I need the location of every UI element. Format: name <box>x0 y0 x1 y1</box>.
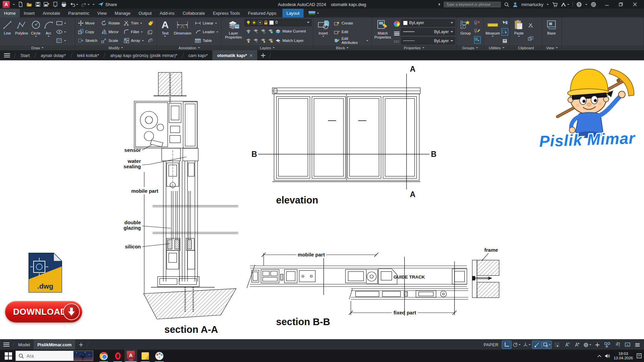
model-tab[interactable]: Model <box>14 340 34 350</box>
scale-tool[interactable]: Scale <box>100 37 121 45</box>
arc-caret-icon[interactable] <box>48 36 50 37</box>
tab-manage[interactable]: Manage <box>111 9 135 17</box>
leader-caret-icon[interactable] <box>216 32 218 33</box>
doc-tab-start[interactable]: Start <box>16 50 34 60</box>
autoscale-toggle[interactable] <box>573 341 582 349</box>
help-icon[interactable]: ? <box>576 2 582 7</box>
trim-caret-icon[interactable] <box>140 23 142 24</box>
group-button[interactable]: Group <box>458 18 473 45</box>
taskbar-autocad-active[interactable]: A CAD <box>124 350 137 362</box>
ribbon-display-toggle[interactable] <box>308 9 319 17</box>
open-folder-icon[interactable] <box>26 2 32 7</box>
save-as-icon[interactable] <box>44 2 50 7</box>
tab-insert[interactable]: Insert <box>20 9 39 17</box>
line-tool[interactable]: Line <box>1 18 13 45</box>
drawing-canvas[interactable]: sensor water sealing mobile part double … <box>0 60 644 339</box>
undo-caret-icon[interactable] <box>76 4 78 5</box>
tab-close-icon[interactable] <box>250 54 253 57</box>
tab-collaborate[interactable]: Collaborate <box>178 9 209 17</box>
panel-label-properties[interactable]: Properties <box>372 45 457 50</box>
signed-in-user[interactable]: mimarlucky <box>521 2 543 7</box>
tab-express-tools[interactable]: Express Tools <box>209 9 244 17</box>
layout-tabs-menu-icon[interactable] <box>0 343 13 347</box>
tab-output[interactable]: Output <box>135 9 156 17</box>
redo-caret-icon[interactable] <box>88 4 90 5</box>
doc-tab-aynali-dolap[interactable]: aynalı dolap* <box>36 50 70 60</box>
annotation-scale-gear[interactable] <box>583 341 592 349</box>
help-search-input[interactable] <box>444 2 501 7</box>
doc-tab-cam-kapi[interactable]: cam kapı* <box>184 50 213 60</box>
hatch-tool[interactable] <box>56 38 66 43</box>
match-properties-button[interactable]: MatchProperties <box>373 18 392 45</box>
color-wheel-icon[interactable] <box>394 21 400 27</box>
array-tool[interactable]: Array <box>122 37 145 45</box>
polar-tracking-toggle[interactable] <box>512 341 521 349</box>
search-collapse-icon[interactable] <box>439 3 440 6</box>
print-icon[interactable] <box>61 2 67 7</box>
panel-label-annotation[interactable]: Annotation <box>157 45 221 50</box>
dwg-file-icon[interactable]: .dwg <box>29 253 62 292</box>
circle-tool[interactable]: Circle <box>30 18 42 45</box>
object-color-select[interactable]: ByLayer <box>401 19 455 26</box>
taskbar-chrome-icon[interactable] <box>97 351 110 361</box>
download-button[interactable]: DOWNLOAD <box>5 301 82 322</box>
group-selection-toggle[interactable] <box>474 37 480 43</box>
measure-caret-icon[interactable] <box>492 36 494 37</box>
insert-block-button[interactable]: Insert <box>315 18 332 45</box>
arc-tool[interactable]: Arc <box>43 18 55 45</box>
paste-button[interactable]: Paste <box>511 18 527 45</box>
new-layout-button[interactable] <box>75 340 87 350</box>
rotate-tool[interactable]: Rotate <box>100 19 121 27</box>
help-caret-icon[interactable] <box>585 4 587 5</box>
select-similar-toggle[interactable] <box>502 28 508 35</box>
text-caret-icon[interactable] <box>164 36 166 37</box>
lineweight-icon[interactable] <box>394 32 400 36</box>
autocad-logo[interactable]: A <box>3 1 10 8</box>
edit-block-button[interactable]: Edit <box>332 28 370 36</box>
edit-attributes-button[interactable]: Edit Attributes <box>332 37 370 45</box>
taskbar-paint-icon[interactable] <box>153 351 166 361</box>
save-icon[interactable] <box>35 2 41 7</box>
taskbar-search[interactable] <box>15 351 93 361</box>
dimension-tool[interactable]: Dimension <box>173 18 193 45</box>
units-shapes-button[interactable] <box>603 341 612 349</box>
notification-center-icon[interactable] <box>636 353 642 358</box>
taskbar-search-input[interactable] <box>26 353 70 359</box>
polyline-tool[interactable]: Polyline <box>14 18 29 45</box>
explode-icon[interactable] <box>147 29 154 35</box>
layer-isolate-icon[interactable] <box>253 29 258 34</box>
linetype-select[interactable]: ByLayer <box>401 37 455 44</box>
selection-cycling-toggle[interactable] <box>552 341 561 349</box>
panel-label-draw[interactable]: Draw <box>0 45 75 50</box>
taskbar-opera-icon[interactable] <box>111 351 124 361</box>
edit-attributes-caret-icon[interactable] <box>366 40 368 41</box>
panel-label-layers[interactable]: Layers <box>222 45 313 50</box>
fullscreen-button[interactable] <box>623 341 632 349</box>
fillet-caret-icon[interactable] <box>141 32 143 33</box>
qat-customize-caret-icon[interactable] <box>93 4 95 5</box>
rectangle-tool[interactable] <box>56 21 66 25</box>
panel-label-modify[interactable]: Modify <box>75 45 157 50</box>
layer-freeze2-icon[interactable] <box>261 29 266 34</box>
snap-mode-toggle[interactable] <box>502 341 511 349</box>
offset-icon[interactable] <box>147 38 154 43</box>
leader-tool[interactable]: Leader <box>193 28 220 36</box>
mirror-tool[interactable]: Mirror <box>100 28 121 36</box>
search-icon[interactable] <box>504 2 509 7</box>
ungroup-icon[interactable] <box>474 20 480 25</box>
undo-button[interactable] <box>70 2 78 7</box>
ellipse-tool[interactable] <box>56 29 66 34</box>
erase-icon[interactable] <box>147 20 154 26</box>
autodesk-apps-button[interactable] <box>561 2 569 7</box>
user-icon[interactable] <box>513 2 518 7</box>
create-block-button[interactable]: Create <box>332 19 370 27</box>
panel-label-block[interactable]: Block <box>313 45 371 50</box>
layer-off-icon[interactable] <box>246 29 251 34</box>
isolate-objects-button[interactable] <box>613 341 622 349</box>
quick-calculator-icon[interactable] <box>502 39 507 43</box>
restore-button[interactable] <box>614 0 628 9</box>
measure-button[interactable]: Measure <box>485 18 500 45</box>
paper-space-toggle[interactable]: PAPER <box>484 343 498 347</box>
share-button[interactable]: Share <box>98 2 117 7</box>
tab-featured-apps[interactable]: Featured Apps <box>244 9 280 17</box>
